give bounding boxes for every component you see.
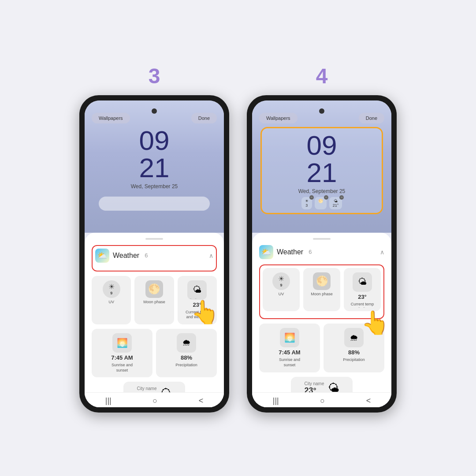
precip-icon-4: 🌧	[344, 328, 364, 347]
sunrise-icon-4: 🌅	[280, 328, 299, 347]
mini-temp-icon-4: 🌤	[334, 199, 338, 203]
phone-3-inner: Wallpapers Done 09 21 Wed, September 25	[85, 100, 224, 407]
uv-widget-3[interactable]: ☀ 9 UV	[92, 276, 131, 324]
moon-icon-4: 🌕	[313, 272, 331, 290]
sunrise-widget-3[interactable]: 🌅 7:45 AM Sunrise andsunset	[92, 329, 152, 377]
clock-date-4: Wed, September 25	[298, 188, 346, 194]
city-name-3: City name	[137, 386, 156, 391]
uv-label-3: UV	[108, 300, 114, 305]
phone-3-camera	[152, 108, 157, 114]
weather-header-4: ⛅ Weather 6 ∧	[259, 245, 384, 259]
moon-widget-3[interactable]: 🌕 Moon phase	[134, 276, 174, 324]
chevron-icon-4: ∧	[380, 249, 384, 256]
widget-highlight-4: 09 21 Wed, September 25 − ☀ 3	[260, 127, 383, 214]
weather-header-left-4: ⛅ Weather 6	[259, 245, 312, 259]
sunrise-value-4: 7:45 AM	[279, 349, 300, 356]
precip-widget-4[interactable]: 🌧 88% Precipitation	[324, 324, 384, 372]
wallpapers-button-3[interactable]: Wallpapers	[92, 113, 130, 123]
step-3-container: 3 Wallpapers Done 09 21 Wed, September 2…	[79, 64, 229, 413]
weather-header-highlight-3: ⛅ Weather 6 ∧	[92, 245, 217, 271]
bottom-sheet-3: ⛅ Weather 6 ∧ ☀ 9	[85, 233, 224, 407]
city-name-4: City name	[304, 381, 324, 386]
weather-label-3: Weather	[113, 252, 139, 260]
sunrise-label-3: Sunrise andsunset	[112, 363, 133, 373]
precip-label-3: Precipitation	[175, 363, 197, 368]
widget-grid-2col-3: 🌅 7:45 AM Sunrise andsunset 🌧 88% Precip…	[92, 329, 217, 377]
wallpapers-button-4[interactable]: Wallpapers	[259, 113, 298, 123]
precip-value-3: 88%	[181, 354, 192, 361]
phone-4-top-buttons: Wallpapers Done	[252, 113, 391, 123]
done-button-3[interactable]: Done	[191, 113, 217, 123]
nav-home-4[interactable]: ○	[320, 396, 325, 405]
weather-label-4: Weather	[277, 248, 303, 256]
nav-menu-4[interactable]: |||	[273, 396, 279, 405]
uv-label-4: UV	[279, 292, 284, 297]
moon-icon-3: 🌕	[145, 280, 163, 298]
phone-3: Wallpapers Done 09 21 Wed, September 25	[79, 95, 229, 413]
nav-bar-4: ||| ○ <	[252, 392, 391, 407]
uv-icon-3: ☀ 9	[103, 280, 120, 298]
weather-header-left-3: ⛅ Weather 6	[95, 249, 148, 263]
phone-3-wallpaper: Wallpapers Done 09 21 Wed, September 25	[85, 100, 224, 233]
temp-label-3: Current tempand weather	[186, 310, 209, 320]
clock-minute-3: 21	[139, 154, 170, 182]
mini-moon-icon-4: 🌕	[318, 199, 323, 203]
precip-label-4: Precipitation	[343, 357, 365, 363]
phone-4-wallpaper: Wallpapers Done 09 21 Wed, September 25	[252, 100, 391, 233]
temp-icon-4: 🌤	[353, 272, 372, 292]
mini-moon-4: − 🌕	[315, 197, 327, 209]
widget-grid-2col-4: 🌅 7:45 AM Sunrise andsunset 🌧 88% Precip…	[259, 324, 384, 372]
step-4-container: 4 Wallpapers Done 09 21 W	[247, 64, 397, 413]
moon-label-4: Moon phase	[311, 292, 333, 297]
weather-app-icon-3: ⛅	[95, 249, 109, 263]
phone-3-top-buttons: Wallpapers Done	[85, 113, 224, 123]
nav-back-3[interactable]: <	[199, 396, 204, 405]
temp-widget-3[interactable]: 🌤 23° Current tempand weather	[178, 276, 217, 324]
mini-uv-icon-4: ☀	[305, 199, 309, 203]
moon-label-3: Moon phase	[143, 300, 165, 305]
done-button-4[interactable]: Done	[359, 113, 384, 123]
phone-4-camera	[319, 108, 324, 114]
temp-widget-4[interactable]: 🌤 23° Current temp	[344, 268, 381, 312]
mini-remove-uv-4[interactable]: −	[309, 195, 314, 200]
phone-4: Wallpapers Done 09 21 Wed, September 25	[247, 95, 397, 413]
phone-4-inner: Wallpapers Done 09 21 Wed, September 25	[252, 100, 391, 407]
mini-temp-4: − 🌤 21°	[329, 197, 342, 209]
temp-value-4: 23°	[358, 294, 367, 300]
nav-back-4[interactable]: <	[366, 396, 371, 405]
nav-home-3[interactable]: ○	[152, 396, 157, 405]
weather-header-3: ⛅ Weather 6 ∧	[95, 249, 213, 263]
widget-count-4: 6	[309, 249, 312, 255]
chevron-icon-3: ∧	[209, 252, 213, 259]
nav-menu-3[interactable]: |||	[105, 396, 112, 405]
main-container: 3 Wallpapers Done 09 21 Wed, September 2…	[62, 46, 414, 430]
sunrise-icon-3: 🌅	[112, 333, 132, 353]
temp-value-3: 23°	[193, 301, 201, 308]
sunrise-widget-4[interactable]: 🌅 7:45 AM Sunrise andsunset	[259, 324, 320, 372]
clock-hour-4: 09	[307, 132, 337, 159]
clock-minute-4: 21	[307, 159, 337, 186]
uv-widget-4[interactable]: ☀ 9 UV	[263, 268, 300, 312]
clock-hour-3: 09	[139, 127, 170, 154]
nav-bar-3: ||| ○ <	[85, 392, 224, 407]
mini-uv-val-4: 3	[305, 203, 308, 208]
step-4-number: 4	[316, 64, 328, 88]
mini-remove-temp-4[interactable]: −	[339, 195, 344, 200]
precip-value-4: 88%	[348, 349, 360, 356]
temp-icon-3: 🌤	[187, 280, 207, 300]
widget-grid-3: ☀ 9 UV 🌕 Moon phase 🌤	[92, 276, 217, 324]
uv-icon-4: ☀ 9	[272, 272, 290, 290]
weather-app-icon-4: ⛅	[259, 245, 273, 259]
mini-weather-strip-4: − ☀ 3 − 🌕 − 🌤 21°	[267, 197, 376, 209]
widgets-highlight-4: ☀ 9 UV 🌕 Moon phase	[259, 264, 384, 320]
widget-count-3: 6	[145, 252, 148, 259]
search-bar-3[interactable]	[99, 197, 210, 211]
mini-temp-val-4: 21°	[333, 203, 339, 208]
step-3-number: 3	[149, 64, 160, 88]
bottom-sheet-4: ⛅ Weather 6 ∧ ☀ 9	[252, 233, 391, 407]
sheet-handle-4	[313, 238, 331, 240]
precip-widget-3[interactable]: 🌧 88% Precipitation	[156, 329, 217, 377]
mini-remove-moon-4[interactable]: −	[324, 195, 328, 200]
sheet-handle-3	[145, 238, 163, 240]
moon-widget-4[interactable]: 🌕 Moon phase	[303, 268, 340, 312]
